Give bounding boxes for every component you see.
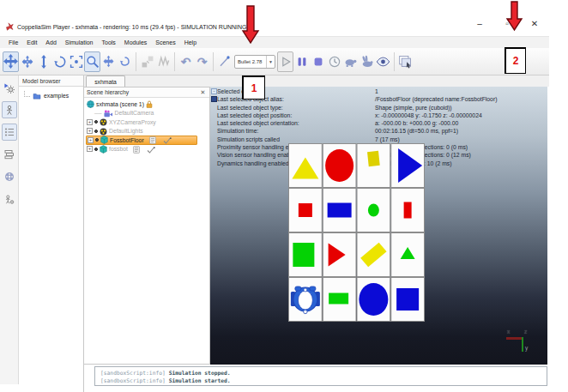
menu-item-modules[interactable]: Modules xyxy=(120,39,151,45)
console-message: Simulation stopped. xyxy=(169,370,231,376)
real-time-toggle-button[interactable] xyxy=(326,51,342,72)
select-button[interactable] xyxy=(84,51,100,72)
user-settings-button[interactable] xyxy=(2,190,17,208)
cube-icon xyxy=(100,145,107,154)
tree-branch-line xyxy=(24,91,30,97)
info-value: 7 (17 ms) xyxy=(375,136,400,143)
menu-item-edit[interactable]: Edit xyxy=(22,39,41,45)
camera-shift-button[interactable] xyxy=(19,51,35,72)
script-button[interactable] xyxy=(133,142,140,157)
info-label: Simulation time: xyxy=(217,127,375,135)
camera-zoom-icon xyxy=(37,55,51,69)
hierarchy-item-label: XYZCameraProxy xyxy=(109,119,156,125)
close-hierarchy-icon[interactable]: ✕ xyxy=(199,89,207,96)
fit-to-view-icon xyxy=(69,55,83,69)
axis-y-label: y xyxy=(525,345,528,351)
info-value: Shape (simple, pure (cuboid)) xyxy=(375,104,452,112)
info-value: /FossbotFloor (deprecated name:FossbotFl… xyxy=(375,95,497,103)
object-shift-button[interactable] xyxy=(100,51,117,72)
info-label: Simulation scripts called xyxy=(217,136,375,143)
faster-button[interactable] xyxy=(359,51,375,72)
assemble-button[interactable] xyxy=(139,51,155,72)
dynamics-button[interactable] xyxy=(155,51,172,72)
engine-label: Bullet 2.78 xyxy=(238,59,262,64)
menu-item-add[interactable]: Add xyxy=(41,39,60,45)
visibility-dot-icon[interactable] xyxy=(94,148,98,151)
menu-bar: FileEditAddSimulationToolsModulesScenesH… xyxy=(0,36,549,48)
visibility-dot-icon[interactable] xyxy=(94,120,98,124)
tab-sxhmata[interactable]: sxhmata xyxy=(86,75,125,87)
minimize-button[interactable]: – xyxy=(474,19,486,28)
view-3d[interactable]: - Selected objects:1Last selected object… xyxy=(210,87,547,365)
scene-hierarchy-tree: sxhmata (scene 1)──DefaultCamera+XYZCame… xyxy=(84,98,209,154)
menu-item-help[interactable]: Help xyxy=(180,39,201,45)
redo-icon: ↷ xyxy=(197,56,208,68)
console-log[interactable]: [sandboxScript:info] Simulation stopped.… xyxy=(94,366,547,386)
layers-button[interactable] xyxy=(2,146,17,163)
annotation-label-1: 1 xyxy=(242,75,265,100)
camera-pan-icon xyxy=(3,54,18,69)
person-icon xyxy=(4,105,15,116)
console-tag: [sandboxScript:info] xyxy=(100,377,169,383)
menu-item-tools[interactable]: Tools xyxy=(98,39,120,45)
camera-pan-button[interactable] xyxy=(3,51,19,72)
info-value: 00:02:16.15 (dt=50.0 ms, ppf=1) xyxy=(375,127,458,135)
page-selector-icon xyxy=(398,54,413,69)
console-line: [sandboxScript:info] Simulation stopped. xyxy=(100,369,547,377)
video-recorder-button[interactable] xyxy=(2,168,17,185)
menu-item-scenes[interactable]: Scenes xyxy=(151,39,179,45)
expand-icon[interactable]: + xyxy=(87,119,93,125)
camera-shift-icon xyxy=(21,55,34,69)
undo-button[interactable]: ↶ xyxy=(178,51,194,72)
info-expand-icon[interactable] xyxy=(211,96,217,102)
check-wrap xyxy=(163,132,172,148)
model-browser-title: Model browser xyxy=(19,75,83,87)
pause-button[interactable] xyxy=(293,51,310,72)
object-rotate-button[interactable] xyxy=(117,51,133,72)
layers-icon xyxy=(4,149,15,160)
info-value: a: -000.00 b: +000.00 g: -000.00 xyxy=(375,119,458,127)
scene-tab-strip: sxhmata xyxy=(84,75,549,87)
page-selector-button[interactable] xyxy=(397,51,414,72)
main-toolbar: ↶ ↷ Bullet 2.78 ▼ xyxy=(0,48,549,75)
hierarchy-item-fossbot[interactable]: +fossbot xyxy=(86,145,197,154)
rect-shape xyxy=(367,151,380,166)
hierarchy-toggle[interactable] xyxy=(2,124,17,141)
stop-button[interactable] xyxy=(310,51,326,72)
slower-button[interactable] xyxy=(342,51,359,72)
engine-select[interactable]: Bullet 2.78 ▼ xyxy=(234,55,275,69)
camera-rotate-button[interactable] xyxy=(51,51,68,72)
rect-shape xyxy=(404,202,412,219)
model-browser-toggle[interactable] xyxy=(2,101,17,118)
needle-icon xyxy=(218,55,231,68)
console-message: Simulation started. xyxy=(169,377,231,383)
menu-item-file[interactable]: File xyxy=(4,39,22,45)
expand-icon[interactable]: + xyxy=(88,137,94,143)
scene-hierarchy-title: Scene hierarchy xyxy=(87,89,129,95)
annotation-1-text: 1 xyxy=(251,82,257,94)
expand-icon[interactable]: + xyxy=(87,146,93,152)
play-button[interactable] xyxy=(277,51,293,72)
stop-icon xyxy=(311,55,325,69)
visibility-dot-icon[interactable] xyxy=(94,130,98,133)
visibility-dot-icon[interactable] xyxy=(95,138,99,142)
info-label: Last selected object orientation: xyxy=(217,119,375,127)
play-icon xyxy=(279,55,293,69)
coppeliasim-window: CoppeliaSim Player - sxhmata - rendering… xyxy=(0,0,549,392)
visibility-toggle-button[interactable] xyxy=(375,51,391,72)
menu-item-simulation[interactable]: Simulation xyxy=(61,39,98,45)
info-collapse-icon[interactable]: - xyxy=(211,88,217,94)
script-tool-button[interactable] xyxy=(216,51,233,72)
model-browser-item-examples[interactable]: examples xyxy=(24,91,83,100)
fit-to-view-button[interactable] xyxy=(68,51,84,72)
redo-button[interactable]: ↷ xyxy=(194,51,210,72)
rect-shape xyxy=(329,293,348,305)
simulation-settings-button[interactable] xyxy=(2,79,17,96)
rect-shape xyxy=(299,203,312,217)
expand-icon[interactable]: + xyxy=(87,128,93,134)
hierarchy-item-sxhmata-scene-1[interactable]: sxhmata (scene 1) xyxy=(86,100,197,109)
camera-zoom-button[interactable] xyxy=(35,51,51,72)
assemble-icon xyxy=(141,55,154,69)
close-button[interactable]: ✕ xyxy=(529,19,541,28)
info-label: Selected objects: xyxy=(217,87,375,95)
